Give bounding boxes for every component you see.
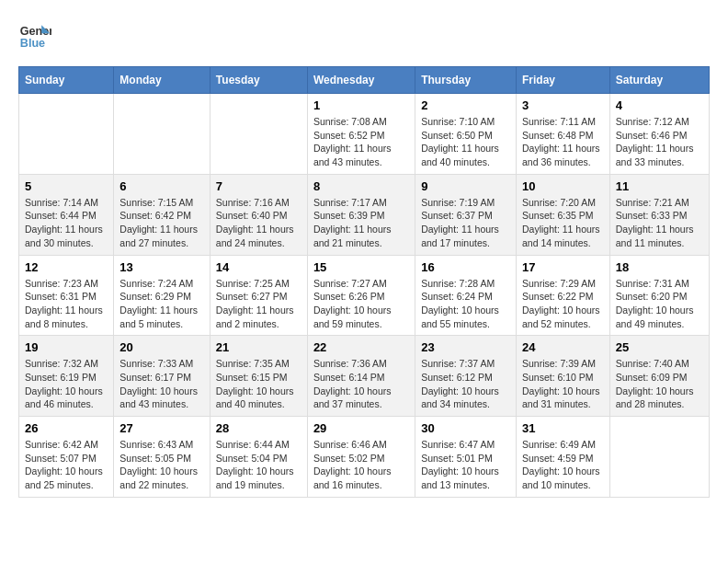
- calendar-cell: 12Sunrise: 7:23 AMSunset: 6:31 PMDayligh…: [19, 255, 114, 336]
- header-sunday: Sunday: [19, 67, 114, 94]
- calendar-cell: 20Sunrise: 7:33 AMSunset: 6:17 PMDayligh…: [114, 336, 210, 417]
- day-info: Sunrise: 7:21 AMSunset: 6:33 PMDaylight:…: [616, 196, 703, 250]
- header-friday: Friday: [516, 67, 609, 94]
- logo-icon: General Blue: [18, 18, 51, 52]
- week-row: 5Sunrise: 7:14 AMSunset: 6:44 PMDaylight…: [19, 174, 710, 255]
- calendar-cell: 15Sunrise: 7:27 AMSunset: 6:26 PMDayligh…: [307, 255, 415, 336]
- calendar-cell: 16Sunrise: 7:28 AMSunset: 6:24 PMDayligh…: [415, 255, 517, 336]
- day-number: 7: [216, 179, 301, 193]
- day-number: 24: [522, 340, 604, 354]
- day-number: 19: [25, 340, 108, 354]
- day-info: Sunrise: 7:40 AMSunset: 6:09 PMDaylight:…: [616, 357, 703, 411]
- calendar-cell: 4Sunrise: 7:12 AMSunset: 6:46 PMDaylight…: [609, 94, 709, 175]
- day-number: 12: [25, 260, 108, 274]
- day-number: 17: [522, 260, 604, 274]
- day-info: Sunrise: 6:49 AMSunset: 4:59 PMDaylight:…: [522, 438, 604, 492]
- calendar-cell: 26Sunrise: 6:42 AMSunset: 5:07 PMDayligh…: [19, 417, 114, 498]
- day-info: Sunrise: 7:08 AMSunset: 6:52 PMDaylight:…: [313, 115, 409, 169]
- day-number: 15: [313, 260, 409, 274]
- calendar-cell: 14Sunrise: 7:25 AMSunset: 6:27 PMDayligh…: [210, 255, 307, 336]
- day-info: Sunrise: 7:19 AMSunset: 6:37 PMDaylight:…: [421, 196, 510, 250]
- day-info: Sunrise: 6:46 AMSunset: 5:02 PMDaylight:…: [313, 438, 409, 492]
- calendar-cell: 8Sunrise: 7:17 AMSunset: 6:39 PMDaylight…: [307, 174, 415, 255]
- day-info: Sunrise: 7:17 AMSunset: 6:39 PMDaylight:…: [313, 196, 409, 250]
- day-info: Sunrise: 7:23 AMSunset: 6:31 PMDaylight:…: [25, 277, 108, 331]
- calendar-cell: 27Sunrise: 6:43 AMSunset: 5:05 PMDayligh…: [114, 417, 210, 498]
- day-info: Sunrise: 6:44 AMSunset: 5:04 PMDaylight:…: [216, 438, 301, 492]
- day-number: 9: [421, 179, 510, 193]
- logo: General Blue: [18, 18, 55, 52]
- calendar-cell: 13Sunrise: 7:24 AMSunset: 6:29 PMDayligh…: [114, 255, 210, 336]
- day-number: 3: [522, 98, 604, 112]
- day-info: Sunrise: 7:24 AMSunset: 6:29 PMDaylight:…: [119, 277, 204, 331]
- header-tuesday: Tuesday: [210, 67, 307, 94]
- calendar-cell: 29Sunrise: 6:46 AMSunset: 5:02 PMDayligh…: [307, 417, 415, 498]
- day-info: Sunrise: 7:27 AMSunset: 6:26 PMDaylight:…: [313, 277, 409, 331]
- calendar-cell: [114, 94, 210, 175]
- calendar-cell: [19, 94, 114, 175]
- day-info: Sunrise: 7:12 AMSunset: 6:46 PMDaylight:…: [616, 115, 703, 169]
- day-number: 4: [616, 98, 703, 112]
- header-thursday: Thursday: [415, 67, 517, 94]
- day-number: 2: [421, 98, 510, 112]
- week-row: 19Sunrise: 7:32 AMSunset: 6:19 PMDayligh…: [19, 336, 710, 417]
- day-info: Sunrise: 7:31 AMSunset: 6:20 PMDaylight:…: [616, 277, 703, 331]
- day-number: 20: [119, 340, 204, 354]
- week-row: 1Sunrise: 7:08 AMSunset: 6:52 PMDaylight…: [19, 94, 710, 175]
- calendar-cell: 11Sunrise: 7:21 AMSunset: 6:33 PMDayligh…: [609, 174, 709, 255]
- header-wednesday: Wednesday: [307, 67, 415, 94]
- calendar-cell: 19Sunrise: 7:32 AMSunset: 6:19 PMDayligh…: [19, 336, 114, 417]
- day-info: Sunrise: 7:29 AMSunset: 6:22 PMDaylight:…: [522, 277, 604, 331]
- calendar-table: SundayMondayTuesdayWednesdayThursdayFrid…: [18, 66, 710, 498]
- day-info: Sunrise: 7:10 AMSunset: 6:50 PMDaylight:…: [421, 115, 510, 169]
- day-info: Sunrise: 7:33 AMSunset: 6:17 PMDaylight:…: [119, 357, 204, 411]
- calendar-cell: 5Sunrise: 7:14 AMSunset: 6:44 PMDaylight…: [19, 174, 114, 255]
- day-info: Sunrise: 7:36 AMSunset: 6:14 PMDaylight:…: [313, 357, 409, 411]
- header-saturday: Saturday: [609, 67, 709, 94]
- calendar-cell: 31Sunrise: 6:49 AMSunset: 4:59 PMDayligh…: [516, 417, 609, 498]
- day-info: Sunrise: 7:14 AMSunset: 6:44 PMDaylight:…: [25, 196, 108, 250]
- calendar-cell: 1Sunrise: 7:08 AMSunset: 6:52 PMDaylight…: [307, 94, 415, 175]
- day-info: Sunrise: 7:16 AMSunset: 6:40 PMDaylight:…: [216, 196, 301, 250]
- calendar-cell: 24Sunrise: 7:39 AMSunset: 6:10 PMDayligh…: [516, 336, 609, 417]
- day-info: Sunrise: 7:28 AMSunset: 6:24 PMDaylight:…: [421, 277, 510, 331]
- day-number: 10: [522, 179, 604, 193]
- day-info: Sunrise: 7:39 AMSunset: 6:10 PMDaylight:…: [522, 357, 604, 411]
- day-number: 18: [616, 260, 703, 274]
- calendar-cell: 10Sunrise: 7:20 AMSunset: 6:35 PMDayligh…: [516, 174, 609, 255]
- calendar-cell: 7Sunrise: 7:16 AMSunset: 6:40 PMDaylight…: [210, 174, 307, 255]
- day-number: 13: [119, 260, 204, 274]
- calendar-cell: 9Sunrise: 7:19 AMSunset: 6:37 PMDaylight…: [415, 174, 517, 255]
- page-header: General Blue: [18, 18, 710, 52]
- calendar-cell: 30Sunrise: 6:47 AMSunset: 5:01 PMDayligh…: [415, 417, 517, 498]
- day-number: 5: [25, 179, 108, 193]
- day-number: 28: [216, 421, 301, 435]
- day-info: Sunrise: 6:43 AMSunset: 5:05 PMDaylight:…: [119, 438, 204, 492]
- day-number: 22: [313, 340, 409, 354]
- day-number: 31: [522, 421, 604, 435]
- calendar-cell: 17Sunrise: 7:29 AMSunset: 6:22 PMDayligh…: [516, 255, 609, 336]
- header-row: SundayMondayTuesdayWednesdayThursdayFrid…: [19, 67, 710, 94]
- calendar-cell: 18Sunrise: 7:31 AMSunset: 6:20 PMDayligh…: [609, 255, 709, 336]
- day-number: 6: [119, 179, 204, 193]
- day-info: Sunrise: 7:20 AMSunset: 6:35 PMDaylight:…: [522, 196, 604, 250]
- header-monday: Monday: [114, 67, 210, 94]
- calendar-cell: 2Sunrise: 7:10 AMSunset: 6:50 PMDaylight…: [415, 94, 517, 175]
- calendar-cell: 21Sunrise: 7:35 AMSunset: 6:15 PMDayligh…: [210, 336, 307, 417]
- day-info: Sunrise: 7:32 AMSunset: 6:19 PMDaylight:…: [25, 357, 108, 411]
- day-info: Sunrise: 7:25 AMSunset: 6:27 PMDaylight:…: [216, 277, 301, 331]
- day-number: 30: [421, 421, 510, 435]
- day-info: Sunrise: 6:42 AMSunset: 5:07 PMDaylight:…: [25, 438, 108, 492]
- calendar-cell: 6Sunrise: 7:15 AMSunset: 6:42 PMDaylight…: [114, 174, 210, 255]
- day-info: Sunrise: 7:11 AMSunset: 6:48 PMDaylight:…: [522, 115, 604, 169]
- day-info: Sunrise: 7:15 AMSunset: 6:42 PMDaylight:…: [119, 196, 204, 250]
- day-number: 21: [216, 340, 301, 354]
- day-info: Sunrise: 6:47 AMSunset: 5:01 PMDaylight:…: [421, 438, 510, 492]
- day-number: 14: [216, 260, 301, 274]
- calendar-cell: [609, 417, 709, 498]
- day-number: 16: [421, 260, 510, 274]
- calendar-cell: 25Sunrise: 7:40 AMSunset: 6:09 PMDayligh…: [609, 336, 709, 417]
- calendar-cell: 28Sunrise: 6:44 AMSunset: 5:04 PMDayligh…: [210, 417, 307, 498]
- day-info: Sunrise: 7:35 AMSunset: 6:15 PMDaylight:…: [216, 357, 301, 411]
- day-number: 1: [313, 98, 409, 112]
